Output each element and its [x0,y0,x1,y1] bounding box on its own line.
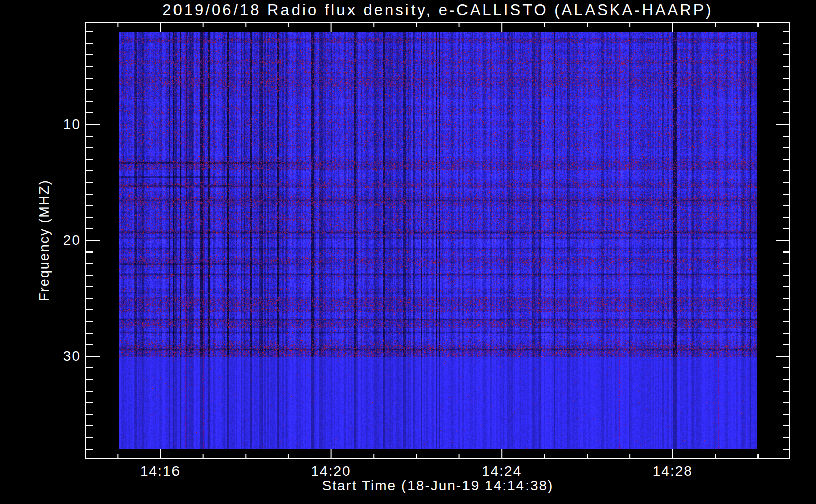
spectrogram-page: 2019/06/18 Radio flux density, e-CALLIST… [0,0,816,504]
y-tick-label: 20 [30,232,81,248]
x-tick-label: 14:28 [637,464,708,479]
x-axis-label: Start Time (18-Jun-19 14:14:38) [86,478,790,494]
y-tick-label: 10 [30,116,81,133]
x-tick-label: 14:24 [467,464,537,479]
spectrogram-image [119,32,757,449]
x-tick-label: 14:16 [125,464,196,479]
x-tick-label: 14:20 [296,464,367,479]
y-tick-label: 30 [30,348,81,364]
